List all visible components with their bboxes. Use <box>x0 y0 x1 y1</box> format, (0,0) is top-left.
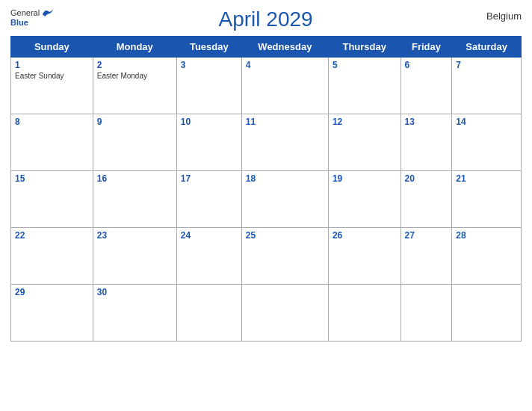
calendar-cell: 12 <box>328 114 400 171</box>
day-number: 9 <box>97 117 173 127</box>
day-number: 12 <box>332 117 397 127</box>
col-saturday: Saturday <box>452 37 522 58</box>
calendar-cell <box>328 285 400 342</box>
calendar-cell: 21 <box>452 171 522 228</box>
day-number: 1 <box>15 60 89 70</box>
calendar-page: General Blue April 2029 Belgium Sunday M… <box>0 0 532 411</box>
week-row: 15161718192021 <box>11 171 522 228</box>
day-number: 8 <box>15 117 89 127</box>
bird-icon <box>41 7 55 18</box>
calendar-cell: 29 <box>11 285 93 342</box>
calendar-cell: 30 <box>93 285 176 342</box>
day-number: 20 <box>405 173 448 184</box>
day-number: 22 <box>15 230 89 241</box>
calendar-cell: 23 <box>93 228 176 285</box>
country-label: Belgium <box>477 7 522 22</box>
logo-text: General <box>10 7 55 18</box>
day-number: 18 <box>246 173 324 184</box>
calendar-cell: 7 <box>452 58 522 114</box>
week-row: 2930 <box>11 285 522 342</box>
calendar-cell: 19 <box>328 171 400 228</box>
calendar-cell: 3 <box>176 58 241 114</box>
holiday-label: Easter Sunday <box>15 71 89 81</box>
calendar-cell: 27 <box>400 228 452 285</box>
day-number: 3 <box>181 60 238 70</box>
day-number: 26 <box>332 230 397 241</box>
calendar-cell: 11 <box>241 114 328 171</box>
calendar-cell: 1Easter Sunday <box>11 58 93 114</box>
day-number: 19 <box>332 173 397 184</box>
week-row: 1Easter Sunday2Easter Monday34567 <box>11 58 522 114</box>
calendar-cell: 18 <box>241 171 328 228</box>
day-number: 28 <box>456 230 517 241</box>
day-number: 13 <box>405 117 448 127</box>
calendar-cell: 20 <box>400 171 452 228</box>
month-title: April 2029 <box>219 7 313 31</box>
calendar-cell: 9 <box>93 114 176 171</box>
logo-area: General Blue <box>10 7 55 27</box>
week-row: 22232425262728 <box>11 228 522 285</box>
week-row: 891011121314 <box>11 114 522 171</box>
calendar-cell <box>452 285 522 342</box>
calendar-cell <box>400 285 452 342</box>
col-wednesday: Wednesday <box>241 37 328 58</box>
logo-blue: Blue <box>10 18 28 27</box>
day-number: 10 <box>181 117 238 127</box>
calendar-header: General Blue April 2029 Belgium <box>10 7 522 31</box>
day-number: 7 <box>456 60 517 70</box>
day-number: 4 <box>246 60 324 70</box>
logo-general: General <box>10 8 40 17</box>
calendar-cell: 13 <box>400 114 452 171</box>
calendar-cell: 16 <box>93 171 176 228</box>
calendar-cell: 6 <box>400 58 452 114</box>
calendar-cell: 25 <box>241 228 328 285</box>
col-friday: Friday <box>400 37 452 58</box>
calendar-cell: 17 <box>176 171 241 228</box>
day-number: 14 <box>456 117 517 127</box>
day-number: 29 <box>15 287 89 297</box>
day-number: 25 <box>246 230 324 241</box>
col-monday: Monday <box>93 37 176 58</box>
calendar-cell: 15 <box>11 171 93 228</box>
calendar-cell <box>176 285 241 342</box>
day-number: 6 <box>405 60 448 70</box>
day-number: 5 <box>332 60 397 70</box>
day-number: 16 <box>97 173 173 184</box>
day-number: 21 <box>456 173 517 184</box>
calendar-cell: 14 <box>452 114 522 171</box>
day-number: 15 <box>15 173 89 184</box>
calendar-cell: 22 <box>11 228 93 285</box>
day-number: 23 <box>97 230 173 241</box>
title-area: April 2029 <box>55 7 477 31</box>
day-number: 17 <box>181 173 238 184</box>
calendar-cell: 2Easter Monday <box>93 58 176 114</box>
day-number: 2 <box>97 60 173 70</box>
day-number: 24 <box>181 230 238 241</box>
calendar-table: Sunday Monday Tuesday Wednesday Thursday… <box>10 36 522 342</box>
header-row: Sunday Monday Tuesday Wednesday Thursday… <box>11 37 522 58</box>
calendar-cell: 24 <box>176 228 241 285</box>
calendar-cell: 26 <box>328 228 400 285</box>
calendar-cell: 8 <box>11 114 93 171</box>
day-number: 11 <box>246 117 324 127</box>
col-sunday: Sunday <box>11 37 93 58</box>
calendar-cell: 4 <box>241 58 328 114</box>
calendar-cell: 28 <box>452 228 522 285</box>
calendar-cell: 10 <box>176 114 241 171</box>
calendar-cell <box>241 285 328 342</box>
calendar-cell: 5 <box>328 58 400 114</box>
col-tuesday: Tuesday <box>176 37 241 58</box>
day-number: 30 <box>97 287 173 297</box>
col-thursday: Thursday <box>328 37 400 58</box>
day-number: 27 <box>405 230 448 241</box>
holiday-label: Easter Monday <box>97 71 173 81</box>
